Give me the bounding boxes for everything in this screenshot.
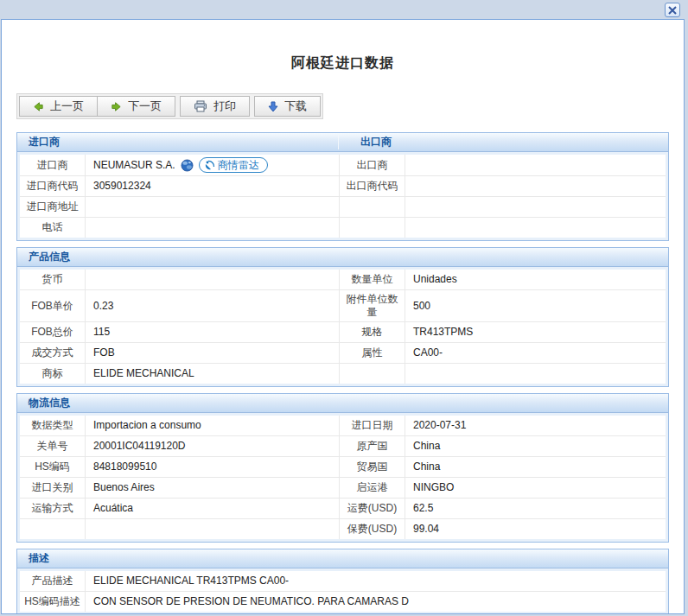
table-row: 货币 数量单位 Unidades xyxy=(20,270,666,289)
prev-page-button[interactable]: 上一页 xyxy=(19,96,98,117)
table-row: 进口商地址 xyxy=(20,196,666,217)
table-row: 运输方式 Acuática 运费(USD) 62.5 xyxy=(20,498,666,518)
download-label: 下载 xyxy=(284,98,307,114)
field-label: 保费(USD) xyxy=(340,519,405,539)
field-value: Buenos Aires xyxy=(86,478,340,498)
field-value: Unidades xyxy=(405,270,666,289)
close-button[interactable] xyxy=(665,3,680,17)
table-row: 进口关别 Buenos Aires 启运港 NINGBO xyxy=(20,477,666,498)
field-label: 进口关别 xyxy=(20,478,86,498)
field-label: 进口日期 xyxy=(340,416,405,435)
field-value: China xyxy=(405,436,666,456)
table-row: 数据类型 Importacion a consumo 进口日期 2020-07-… xyxy=(20,416,666,435)
field-label: 关单号 xyxy=(20,436,86,456)
table-row: 进口商 NEUMASUR S.A. xyxy=(20,155,666,175)
field-label: FOB总价 xyxy=(20,322,86,342)
print-button[interactable]: 打印 xyxy=(180,96,250,117)
field-label: 原产国 xyxy=(340,436,405,456)
section-header: 物流信息 xyxy=(17,394,668,413)
section-product-info: 产品信息 货币 数量单位 Unidades FOB单价 0.23 附件单位数量 … xyxy=(16,247,669,387)
field-value: 500 xyxy=(405,290,666,321)
close-icon xyxy=(668,6,677,15)
field-value xyxy=(86,218,340,238)
field-value: 99.04 xyxy=(405,519,666,539)
field-label: 出口商代码 xyxy=(340,176,405,196)
field-label: 运输方式 xyxy=(20,499,86,518)
section-header: 进口商 出口商 xyxy=(17,133,668,152)
field-label: 启运港 xyxy=(340,478,405,498)
table-row: 成交方式 FOB 属性 CA00- xyxy=(20,342,666,363)
field-value xyxy=(405,364,666,384)
table-row: HS编码 84818099510 贸易国 China xyxy=(20,456,666,477)
table-row: 商标 ELIDE MECHANICAL xyxy=(20,363,666,384)
field-label: 进口商 xyxy=(20,155,86,175)
next-page-button[interactable]: 下一页 xyxy=(97,96,175,117)
logistics-info-header: 物流信息 xyxy=(17,396,70,410)
section-header: 产品信息 xyxy=(17,248,668,267)
table-row: 进口商代码 3059012324 出口商代码 xyxy=(20,175,666,196)
field-label: 商标 xyxy=(20,364,86,384)
field-label: 电话 xyxy=(20,218,86,238)
download-arrow-icon xyxy=(268,101,278,112)
arrow-left-icon xyxy=(33,101,44,112)
field-label: 出口商 xyxy=(340,155,405,175)
field-value: ELIDE MECHANICAL TR413TPMS CA00- xyxy=(86,571,666,591)
table-row: 电话 xyxy=(20,217,666,238)
field-value xyxy=(86,197,340,217)
field-value xyxy=(86,270,340,289)
importer-name-value: NEUMASUR S.A. xyxy=(86,155,340,175)
dialog-titlebar xyxy=(0,0,688,19)
field-value xyxy=(405,218,666,238)
section-importer-exporter: 进口商 出口商 进口商 NEUMASUR S.A. xyxy=(16,132,669,241)
field-value xyxy=(405,197,666,217)
field-label: HS编码描述 xyxy=(20,592,86,612)
table-row: FOB单价 0.23 附件单位数量 500 xyxy=(20,289,666,321)
field-value xyxy=(86,519,340,539)
print-label: 打印 xyxy=(213,98,236,114)
field-label xyxy=(340,218,405,238)
field-value: 62.5 xyxy=(405,499,666,518)
arrow-right-icon xyxy=(111,101,122,112)
page-title: 阿根廷进口数据 xyxy=(2,54,684,73)
dialog-panel: 阿根廷进口数据 上一页 下一页 打印 xyxy=(1,19,685,614)
field-value: CA00- xyxy=(405,343,666,363)
table-row: FOB总价 115 规格 TR413TPMS xyxy=(20,321,666,342)
detail-sections: 进口商 出口商 进口商 NEUMASUR S.A. xyxy=(16,132,669,614)
field-label: 成交方式 xyxy=(20,343,86,363)
field-value: FOB xyxy=(86,343,340,363)
radar-label: 商情雷达 xyxy=(218,159,259,172)
field-label xyxy=(20,519,86,539)
table-row: HS编码描述 CON SENSOR DE PRESION DE NEUMATIC… xyxy=(20,591,666,612)
field-label: 进口商代码 xyxy=(20,176,86,196)
field-value: TR413TPMS xyxy=(405,322,666,342)
field-label: HS编码 xyxy=(20,457,86,477)
field-value: 115 xyxy=(86,322,340,342)
field-value: 0.23 xyxy=(86,290,340,321)
field-label: 运费(USD) xyxy=(340,499,405,518)
radar-icon xyxy=(205,160,215,170)
field-label: 进口商地址 xyxy=(20,197,86,217)
field-label: 数量单位 xyxy=(340,270,405,289)
field-value: China xyxy=(405,457,666,477)
field-value xyxy=(405,155,666,175)
business-radar-link[interactable]: 商情雷达 xyxy=(199,157,268,173)
field-value: 3059012324 xyxy=(86,176,340,196)
field-value: 20001IC04119120D xyxy=(86,436,340,456)
table-row: 保费(USD) 99.04 xyxy=(20,518,666,539)
download-button[interactable]: 下载 xyxy=(254,96,321,117)
field-value: Importacion a consumo xyxy=(86,416,340,435)
section-logistics-info: 物流信息 数据类型 Importacion a consumo 进口日期 202… xyxy=(16,393,669,543)
field-label: FOB单价 xyxy=(20,290,86,321)
field-label xyxy=(340,364,405,384)
field-label: 货币 xyxy=(20,270,86,289)
globe-icon[interactable] xyxy=(181,159,194,172)
field-label: 属性 xyxy=(340,343,405,363)
exporter-header: 出口商 xyxy=(339,135,668,149)
field-value: Acuática xyxy=(86,499,340,518)
section-header: 描述 xyxy=(17,549,668,568)
description-header: 描述 xyxy=(17,551,49,566)
prev-page-label: 上一页 xyxy=(50,98,84,114)
field-label: 规格 xyxy=(340,322,405,342)
table-row: 关单号 20001IC04119120D 原产国 China xyxy=(20,435,666,456)
section-description: 描述 产品描述 ELIDE MECHANICAL TR413TPMS CA00-… xyxy=(16,549,669,614)
